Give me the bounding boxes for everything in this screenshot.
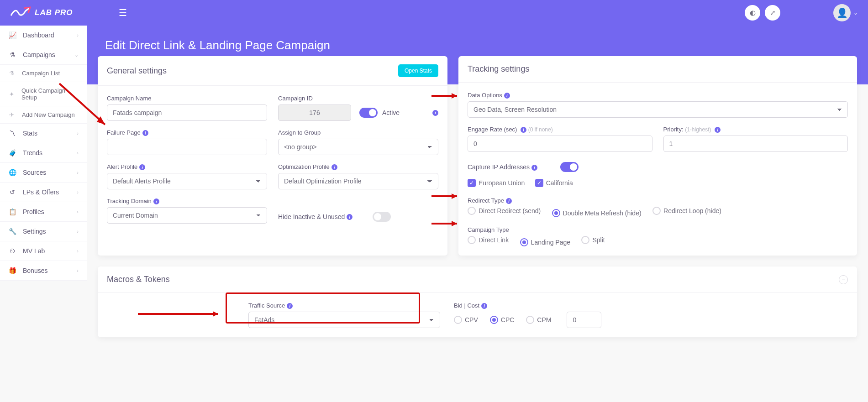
card-title: Tracking settings [468, 64, 529, 74]
sidebar-item-lps-offers[interactable]: ↺ LPs & Offers › [0, 183, 87, 202]
data-options-select[interactable]: Geo Data, Screen Resolution [468, 101, 848, 118]
opt-profile-label: Optimization Profilei [278, 163, 438, 170]
open-stats-button[interactable]: Open Stats [398, 64, 438, 77]
gauge-icon: ⏲ [8, 247, 16, 255]
bid-cpv-radio[interactable]: CPV [454, 316, 478, 324]
california-checkbox[interactable]: ✓California [535, 179, 573, 187]
history-icon: ↺ [8, 188, 16, 196]
info-icon[interactable]: i [504, 93, 510, 99]
wrench-icon: 🔧 [8, 228, 16, 235]
card-title: General settings [107, 66, 167, 76]
chart-line-icon: 📈 [8, 31, 16, 39]
sidebar-item-label: Sources [23, 169, 46, 176]
user-menu[interactable]: 👤 ⌄ [831, 4, 858, 21]
redirect-loop-radio[interactable]: Redirect Loop (hide) [652, 207, 721, 215]
sidebar-item-mv-lab[interactable]: ⏲ MV Lab › [0, 241, 87, 261]
info-icon[interactable]: i [139, 164, 145, 170]
brand-logo[interactable]: LAB PRO [10, 6, 73, 19]
sidebar-item-settings[interactable]: 🔧 Settings › [0, 222, 87, 241]
sidebar-item-bonuses[interactable]: 🎁 Bonuses › [0, 261, 87, 281]
bid-cost-label: Bid | Costi [454, 302, 848, 309]
sidebar: 📈 Dashboard › ⚗ Campaigns ⌄ ⚗ Campaign L… [0, 26, 87, 281]
campaign-type-landing-radio[interactable]: Landing Page [520, 238, 570, 246]
opt-profile-select[interactable]: Default Optimization Profile [278, 173, 438, 189]
bid-value-input[interactable] [567, 312, 601, 328]
logo-mark-icon [10, 6, 32, 19]
clipboard-icon: 📋 [8, 208, 16, 215]
sidebar-item-stats[interactable]: 〽 Stats › [0, 124, 87, 143]
priority-label: Priority: (1-highest) i [663, 126, 848, 133]
sidebar-item-label: Add New Campaign [22, 111, 75, 118]
sparkle-icon: ✦ [9, 91, 16, 98]
alert-profile-select[interactable]: Default Alerts Profile [107, 173, 267, 189]
tracking-domain-select[interactable]: Current Domain [107, 207, 267, 224]
sidebar-item-label: Quick Campaign Setup [21, 87, 79, 101]
traffic-source-select[interactable]: FatAds [248, 312, 440, 328]
info-icon[interactable]: i [331, 164, 337, 170]
card-title: Macros & Tokens [107, 275, 170, 284]
campaign-name-label: Campaign Name [107, 95, 267, 102]
campaign-type-split-radio[interactable]: Split [581, 236, 605, 244]
campaign-type-label: Campaign Type [468, 226, 848, 233]
sidebar-sub-quick-setup[interactable]: ✦ Quick Campaign Setup [0, 82, 87, 106]
sidebar-item-label: LPs & Offers [23, 188, 59, 196]
chevron-right-icon: › [77, 150, 79, 156]
assign-group-select[interactable]: <no group> [278, 139, 438, 155]
alert-profile-label: Alert Profilei [107, 163, 267, 170]
active-toggle[interactable] [359, 108, 378, 118]
sidebar-item-campaigns[interactable]: ⚗ Campaigns ⌄ [0, 45, 87, 65]
chevron-right-icon: › [77, 248, 79, 254]
top-bar: LAB PRO ☰ ◐ ⤢ 👤 ⌄ [0, 0, 868, 26]
sidebar-item-label: Settings [23, 228, 46, 235]
bid-cpm-radio[interactable]: CPM [526, 316, 551, 324]
info-icon[interactable]: i [347, 214, 352, 220]
campaign-name-input[interactable] [107, 104, 267, 121]
avatar-icon: 👤 [833, 4, 851, 21]
tracking-domain-label: Tracking Domaini [107, 198, 267, 204]
campaign-type-direct-radio[interactable]: Direct Link [468, 236, 509, 244]
redirect-double-meta-radio[interactable]: Double Meta Refresh (hide) [552, 209, 642, 217]
capture-ip-toggle[interactable] [560, 162, 579, 172]
sidebar-item-profiles[interactable]: 📋 Profiles › [0, 202, 87, 222]
info-icon[interactable]: i [287, 303, 293, 309]
sidebar-item-label: Stats [23, 130, 37, 137]
data-options-label: Data Optionsi [468, 92, 848, 99]
zigzag-icon: 〽 [8, 130, 16, 137]
chevron-right-icon: › [77, 189, 79, 195]
sidebar-item-label: Trends [23, 149, 42, 157]
sidebar-sub-add-campaign[interactable]: ✈ Add New Campaign [0, 106, 87, 124]
bid-cpc-radio[interactable]: CPC [490, 316, 515, 324]
collapse-button[interactable]: − [839, 275, 848, 284]
redirect-direct-radio[interactable]: Direct Redirect (send) [468, 207, 541, 215]
sidebar-item-sources[interactable]: 🌐 Sources › [0, 163, 87, 183]
hide-inactive-toggle[interactable] [373, 212, 391, 222]
flask-icon: ⚗ [8, 51, 16, 58]
info-icon[interactable]: i [506, 198, 512, 204]
redirect-type-label: Redirect Typei [468, 197, 848, 204]
info-icon[interactable]: i [715, 127, 721, 133]
chevron-right-icon: › [77, 209, 79, 214]
briefcase-icon: 🧳 [8, 149, 16, 157]
sidebar-item-dashboard[interactable]: 📈 Dashboard › [0, 26, 87, 45]
sidebar-item-label: MV Lab [23, 247, 45, 255]
priority-input[interactable] [663, 136, 848, 152]
fullscreen-button[interactable]: ⤢ [765, 5, 780, 21]
info-icon[interactable]: i [481, 303, 487, 309]
eu-checkbox[interactable]: ✓European Union [468, 179, 525, 187]
theme-toggle-button[interactable]: ◐ [745, 5, 760, 21]
info-icon[interactable]: i [142, 130, 148, 136]
chevron-right-icon: › [77, 268, 79, 273]
info-icon[interactable]: i [432, 110, 438, 116]
macros-tokens-card: Macros & Tokens − Traffic Sourcei FatAds… [98, 266, 857, 337]
sidebar-item-label: Dashboard [23, 31, 54, 39]
info-icon[interactable]: i [521, 127, 526, 133]
engage-rate-input[interactable] [468, 136, 652, 152]
sidebar-sub-campaign-list[interactable]: ⚗ Campaign List [0, 65, 87, 82]
engage-rate-label: Engage Rate (sec) i (0 if none) [468, 126, 652, 133]
info-icon[interactable]: i [531, 165, 537, 171]
info-icon[interactable]: i [153, 198, 159, 204]
chevron-right-icon: › [77, 32, 79, 38]
hamburger-icon[interactable]: ☰ [119, 7, 127, 18]
sidebar-item-trends[interactable]: 🧳 Trends › [0, 143, 87, 163]
failure-page-input[interactable] [107, 139, 267, 155]
